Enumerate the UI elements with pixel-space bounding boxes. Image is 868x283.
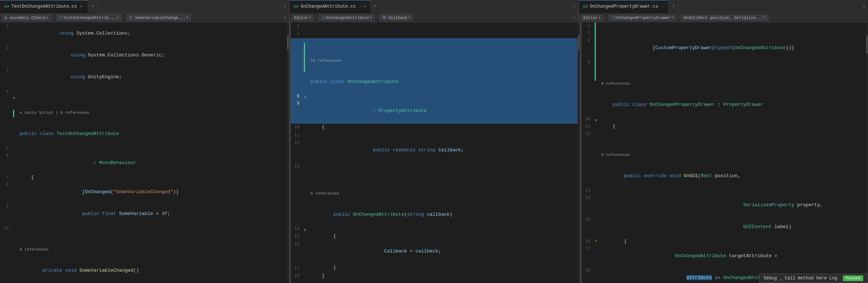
table-row: 9 public float SomeVariable = 3f; (0, 203, 289, 225)
editor-container: C# TestOnChangedAttribute.cs × + ⚙ C# On… (0, 0, 868, 283)
panel1-add[interactable]: + (284, 15, 287, 21)
panel3-settings[interactable]: ⚙ (860, 4, 868, 9)
table-row: 1 (291, 23, 580, 31)
green-bar-2 (304, 43, 305, 72)
scrollbar-track-3[interactable] (866, 23, 868, 280)
panel1-settings[interactable]: ⚙ (281, 4, 289, 9)
assembly-dropdown[interactable]: ⊙ Assembly-CSharp ▼ (2, 15, 51, 21)
class-label-1: TestOnChangedAttrib... (63, 16, 116, 20)
scrollbar-h-1[interactable] (0, 280, 289, 283)
scrollbar-track-2[interactable] (578, 23, 580, 280)
breadcrumb-sep-2: › (123, 16, 125, 20)
assembly-label: ⊙ Assembly-CSharp (5, 15, 45, 20)
table-row: 8 [CustomPropertyDrawer(typeof(OnChanged… (582, 37, 868, 59)
tab-on-changed-prop[interactable]: C# OnChangedPropertyDrawer.cs ○ (579, 0, 669, 13)
table-row: 2 using System.Collections.Generic; (0, 44, 289, 66)
cs-icon-1: C# (4, 4, 9, 9)
method-dropdown-1[interactable]: ⬡ SomeVariableChange... ▼ (127, 15, 191, 21)
table-row: 10 ▼ 0 references public class OnChanged… (582, 66, 868, 123)
table-row: 11 { (582, 123, 868, 130)
class-icon-2: ⬡ (322, 15, 325, 20)
tab-close-2[interactable]: × (364, 5, 366, 9)
scrollbar-h-2[interactable] (291, 280, 580, 283)
table-row: 13 0 references public override void OnG… (582, 137, 868, 194)
panel1: 1 using System.Collections; 2 using Syst… (0, 23, 289, 283)
tab-add-3[interactable]: + (669, 0, 679, 13)
scrollbar-thumb-2[interactable] (578, 35, 579, 50)
editor-label-2: Editor (294, 16, 309, 20)
table-row: 7 (291, 31, 580, 39)
class-icon-1: ⬡ (59, 15, 62, 20)
table-row: 9 (582, 59, 868, 66)
panel3-code[interactable]: 1 7 8 [Cus (582, 23, 868, 280)
table-row: 3 using UnityEngine; (0, 66, 289, 88)
table-row: 5 ▼ ⊙ Unity Script | 0 references public… (0, 95, 289, 152)
panel2-code[interactable]: 1 7 8 ▼ (291, 23, 580, 280)
class-icon-3: ⬡ (611, 15, 615, 20)
tab-on-changed-attr[interactable]: C# OnChangedAttribute.cs ○ × (289, 0, 371, 13)
breadcrumb-sep-5: › (605, 16, 607, 20)
table-row: 4 (0, 88, 289, 95)
table-row: 8 [OnChanged("SomeVariableChanged")] (0, 181, 289, 203)
table-row: 18 } (291, 272, 580, 280)
breadcrumb-sep-1: › (52, 16, 55, 20)
table-row: 12 (582, 130, 868, 137)
editor-dropdown-2[interactable]: Editor ▼ (292, 15, 314, 21)
assembly-arrow: ▼ (46, 16, 48, 20)
cs-icon-2: C# (294, 4, 298, 9)
tab-label-1: TestOnChangedAttribute.cs (11, 4, 77, 9)
method-dropdown-3[interactable]: OnGUI(Rect position, Serialize... ▼ (681, 15, 768, 21)
tab-label-3: OnChangedPropertyDrawer.cs (590, 4, 658, 9)
table-row: 7 (582, 30, 868, 37)
tab-test-on-changed[interactable]: C# TestOnChangedAttribute.cs × (0, 0, 88, 13)
tab-close-1[interactable]: × (79, 4, 83, 9)
table-row: 15 { (291, 233, 580, 241)
table-row: 17 OnChangedAttribute targetAttribute = (582, 245, 868, 267)
table-row: 8 ▼ 10 references public class OnChanged… (291, 38, 580, 100)
table-row: 9 : PropertyAttribute (291, 100, 580, 124)
table-row: 10 (0, 225, 289, 232)
editor-dropdown-3[interactable]: Editor ▼ (581, 15, 603, 21)
table-row: 12 public readonly string Callback; (291, 139, 580, 163)
scrollbar-thumb-1[interactable] (287, 35, 289, 50)
scrollbar-track-1[interactable] (287, 23, 289, 280)
callback-icon: ⦿ (382, 15, 386, 20)
table-row: 1 using System.Collections; (0, 23, 289, 44)
table-row: 11 (291, 132, 580, 140)
debug-log-status: Debug _ Call method here Log (764, 276, 837, 281)
class-dropdown-2[interactable]: ⬡ OnChangedAttribute ▼ (319, 15, 374, 21)
breadcrumb-sep-4: › (376, 16, 378, 20)
cs-icon-3: C# (583, 4, 588, 9)
scrollbar-thumb-3[interactable] (866, 35, 868, 53)
table-row: 1 (582, 23, 868, 30)
breadcrumb-sep-3: › (315, 16, 318, 20)
table-row: 13 (291, 163, 580, 171)
panel1-code[interactable]: 1 using System.Collections; 2 using Syst… (0, 23, 289, 280)
tab-modified-2: ○ (359, 4, 362, 9)
table-row: 11 ▼ 0 references private void SomeVaria… (0, 232, 289, 280)
class-label-2: OnChangedAttribute (326, 16, 369, 20)
panel2-settings[interactable]: ⚙ (570, 4, 578, 9)
table-row: 7 { (0, 174, 289, 181)
method-label-1: ⬡ SomeVariableChange... (129, 15, 186, 20)
debug-icon-3: ✎ (595, 239, 597, 243)
method-label-3: OnGUI(Rect position, Serialize... (683, 16, 763, 20)
tab-add-2[interactable]: + (371, 0, 381, 13)
green-gutter-bar (13, 110, 14, 117)
table-row: 16 Callback = callback; (291, 240, 580, 264)
method-dropdown-2[interactable]: ⦿ Callback ▼ (380, 15, 412, 21)
class-dropdown-1[interactable]: ⬡ TestOnChangedAttrib... ▼ (56, 15, 121, 21)
panel3: 1 7 8 [Cus (582, 23, 868, 283)
table-row: 10 { (291, 124, 580, 132)
panel2-add[interactable]: + (573, 15, 576, 21)
table-row: 14 ▼ 6 references public OnChangedAttrib… (291, 171, 580, 232)
tab-modified-3: ○ (662, 4, 664, 9)
table-row: 17 } (291, 264, 580, 272)
table-row: 15 GUIContent label) (582, 216, 868, 238)
highlighted-attribute: attribute (686, 275, 712, 280)
class-dropdown-3[interactable]: ⬡ OnChangedPropertyDrawer ▼ (609, 15, 676, 21)
callback-label: Callback (388, 16, 407, 20)
passed-badge: Passed (843, 275, 863, 281)
tab-label-2: OnChangedAttribute.cs (301, 4, 356, 9)
tab-add-1[interactable]: + (88, 0, 98, 13)
